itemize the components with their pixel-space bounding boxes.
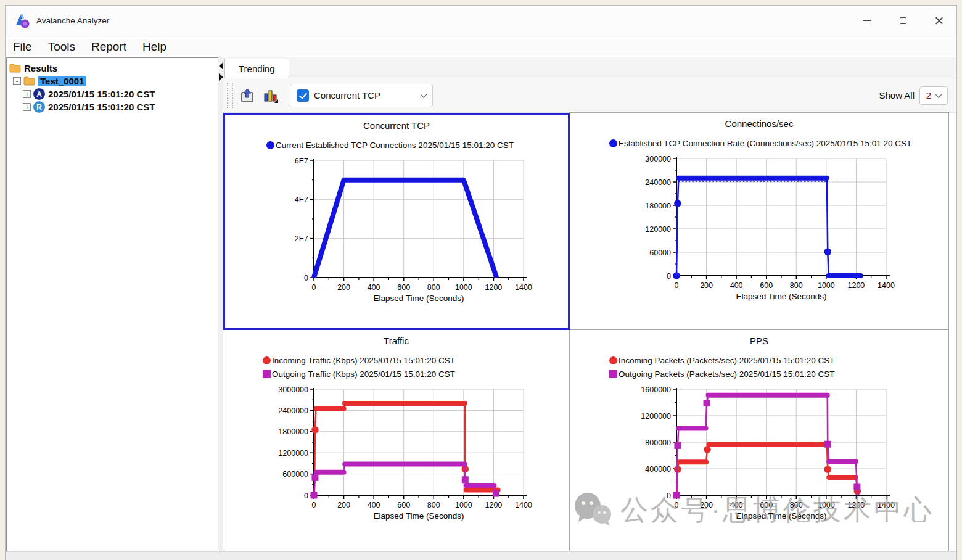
svg-text:Elapsed Time (Seconds): Elapsed Time (Seconds)	[373, 511, 464, 521]
chart-title: Connectinos/sec	[570, 118, 948, 129]
combobox-value: Concurrent TCP	[314, 90, 421, 101]
svg-text:Elapsed Time (Seconds): Elapsed Time (Seconds)	[736, 511, 826, 521]
app-window: Avalanche Analyzer File Tools Report Hel…	[5, 5, 957, 560]
chart-legend: Incoming Traffic (Kbps) 2025/01/15 15:01…	[263, 353, 569, 381]
chart-select-combobox[interactable]: Concurrent TCP	[290, 84, 433, 107]
svg-text:1200: 1200	[848, 501, 865, 509]
expand-right-icon[interactable]	[219, 73, 223, 81]
chart-type-icon[interactable]	[263, 88, 279, 104]
circle-legend-marker-icon	[609, 139, 617, 147]
svg-text:200: 200	[337, 283, 350, 292]
tree-item-results[interactable]: Results	[9, 62, 215, 75]
chart-grid: Concurrent TCPCurrent Established TCP Co…	[223, 113, 956, 551]
tab-trending[interactable]: Trending	[224, 59, 289, 78]
legend-label: Outgoing Packets (Packets/sec) 2025/01/1…	[619, 369, 834, 379]
svg-text:600: 600	[397, 283, 410, 292]
svg-text:0: 0	[667, 492, 671, 500]
svg-text:1000: 1000	[454, 501, 472, 509]
close-button[interactable]	[921, 6, 956, 36]
legend-label: Incoming Packets (Packets/sec) 2025/01/1…	[619, 356, 834, 365]
svg-text:0: 0	[667, 272, 671, 281]
window-title: Avalanche Analyzer	[36, 16, 109, 25]
svg-text:Elapsed Time (Seconds): Elapsed Time (Seconds)	[736, 292, 826, 301]
svg-text:1000: 1000	[818, 501, 835, 509]
svg-text:0: 0	[311, 501, 316, 509]
svg-text:400: 400	[368, 283, 380, 292]
folder-icon	[23, 76, 35, 86]
maximize-button[interactable]	[885, 6, 921, 36]
circle-legend-marker-icon	[266, 141, 274, 149]
svg-text:0: 0	[304, 492, 308, 500]
chevron-down-icon	[935, 91, 942, 97]
tree-item-run-a[interactable]: + A 2025/01/15 15:01:20 CST	[9, 88, 215, 101]
show-all-select[interactable]: 2	[919, 86, 948, 105]
tree-item-label: 2025/01/15 15:01:20 CST	[48, 89, 155, 99]
tree-item-label: Results	[24, 63, 57, 73]
chart-panel-concurrent-tcp[interactable]: Concurrent TCPCurrent Established TCP Co…	[223, 113, 570, 330]
svg-text:120000: 120000	[645, 225, 671, 234]
svg-text:0: 0	[312, 283, 316, 292]
svg-text:2E7: 2E7	[295, 234, 308, 243]
minimize-icon	[863, 20, 871, 21]
svg-text:1400: 1400	[515, 501, 532, 509]
legend-label: Outgoing Traffic (Kbps) 2025/01/15 15:01…	[272, 369, 455, 379]
svg-text:Elapsed Time (Seconds): Elapsed Time (Seconds)	[373, 294, 464, 303]
collapse-left-icon[interactable]	[219, 62, 223, 70]
svg-text:3000000: 3000000	[278, 385, 308, 394]
svg-text:400: 400	[730, 501, 743, 509]
legend-label: Current Established TCP Connections 2025…	[276, 141, 514, 150]
tab-strip: Trending	[223, 57, 956, 78]
chart-panel-connections-sec[interactable]: Connectinos/secEstablished TCP Connectio…	[569, 112, 949, 330]
svg-text:1400: 1400	[878, 501, 895, 509]
circle-legend-marker-icon	[609, 356, 617, 364]
svg-text:0: 0	[675, 501, 679, 509]
toolbar-gripper[interactable]	[227, 83, 233, 108]
minimize-button[interactable]	[849, 6, 885, 36]
chart-plot: 0600001200001800002400003000000200400600…	[620, 152, 898, 308]
checkbox-checked-icon[interactable]	[297, 89, 309, 102]
svg-text:1200: 1200	[485, 283, 503, 292]
tree-item-label: 2025/01/15 15:01:20 CST	[48, 102, 155, 112]
legend-label: Established TCP Connection Rate (Connect…	[619, 139, 911, 148]
svg-text:200: 200	[700, 501, 713, 509]
svg-text:800: 800	[790, 281, 803, 290]
svg-text:200: 200	[700, 281, 713, 290]
svg-text:800000: 800000	[645, 439, 671, 447]
svg-text:1200: 1200	[485, 501, 502, 509]
menu-tools[interactable]: Tools	[48, 40, 75, 54]
tree-item-test-0001[interactable]: - Test_0001	[9, 75, 215, 88]
square-legend-marker-icon	[263, 370, 271, 378]
svg-text:400: 400	[730, 281, 743, 290]
svg-text:600: 600	[760, 281, 773, 290]
chevron-down-icon	[420, 91, 427, 97]
chart-legend: Established TCP Connection Rate (Connect…	[609, 136, 948, 150]
svg-text:1000: 1000	[455, 283, 472, 292]
svg-text:4E7: 4E7	[295, 196, 308, 204]
chart-title: PPS	[570, 336, 948, 346]
svg-text:1800000: 1800000	[278, 427, 308, 436]
svg-text:60000: 60000	[649, 249, 671, 257]
expand-expander-icon[interactable]: +	[23, 103, 31, 111]
chart-toolbar: Concurrent TCP Show All 2	[223, 78, 956, 113]
svg-text:0: 0	[304, 274, 308, 282]
close-icon	[935, 17, 943, 25]
svg-text:1200000: 1200000	[278, 449, 308, 458]
svg-text:0: 0	[675, 281, 679, 290]
expand-expander-icon[interactable]: +	[23, 90, 31, 98]
svg-text:600000: 600000	[282, 470, 308, 479]
menu-file[interactable]: File	[13, 40, 32, 54]
collapse-expander-icon[interactable]: -	[13, 77, 21, 85]
main-panel: Trending Concurrent TCP	[223, 57, 956, 551]
menu-report[interactable]: Report	[91, 40, 126, 54]
chart-legend: Current Established TCP Connections 2025…	[266, 138, 566, 152]
tree-item-run-r[interactable]: + R 2025/01/15 15:01:20 CST	[9, 101, 215, 113]
chart-panel-traffic[interactable]: TrafficIncoming Traffic (Kbps) 2025/01/1…	[223, 329, 570, 551]
export-icon[interactable]	[239, 88, 255, 104]
app-logo-icon	[14, 13, 30, 29]
svg-text:800: 800	[427, 501, 440, 509]
chart-panel-pps[interactable]: PPSIncoming Packets (Packets/sec) 2025/0…	[569, 329, 949, 551]
content-area: Results - Test_0001 + A 2025/01/15 15:01…	[6, 57, 956, 551]
menu-help[interactable]: Help	[142, 40, 166, 54]
chart-plot: 0400000800000120000016000000200400600800…	[620, 383, 898, 527]
chart-legend: Incoming Packets (Packets/sec) 2025/01/1…	[609, 353, 948, 381]
